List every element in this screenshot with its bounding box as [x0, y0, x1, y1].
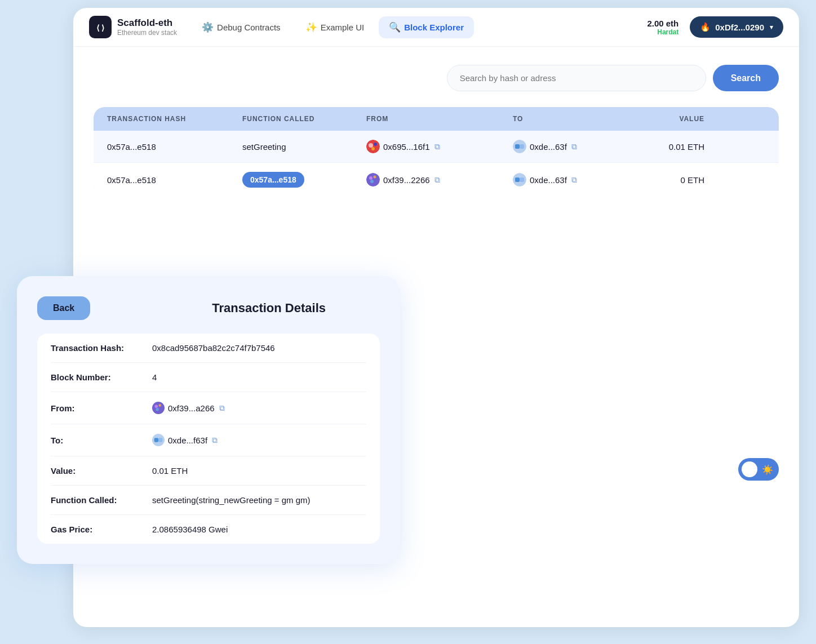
back-button[interactable]: Back	[37, 296, 90, 320]
search-input[interactable]	[447, 65, 706, 91]
toggle-knob	[742, 461, 757, 477]
svg-point-10	[369, 176, 372, 180]
tx-function-1: setGreeting	[242, 142, 366, 152]
explorer-icon: 🔍	[389, 21, 401, 33]
theme-toggle-wrap: ☀️	[738, 458, 779, 481]
sun-icon: ☀️	[762, 464, 773, 475]
table-header: TRANSACTION HASH FUNCTION CALLED FROM TO…	[94, 107, 779, 131]
copy-to-icon-2[interactable]: ⧉	[571, 175, 577, 185]
svg-point-18	[158, 404, 161, 407]
detail-to-avatar-icon	[152, 434, 165, 446]
details-inner: Transaction Hash: 0x8cad95687ba82c2c74f7…	[37, 334, 380, 544]
from-address-1: 0x695...16f1	[383, 142, 430, 152]
details-header: Back Transaction Details	[37, 296, 380, 320]
nav-debug-contracts[interactable]: ⚙️ Debug Contracts	[192, 16, 291, 38]
transaction-details-card: Back Transaction Details Transaction Has…	[17, 276, 400, 564]
detail-row-value: Value: 0.01 ETH	[51, 456, 366, 486]
svg-point-2	[366, 140, 380, 153]
svg-point-9	[366, 173, 380, 186]
example-icon: ✨	[305, 21, 317, 33]
detail-row-to: To: 0xde...f63f ⧉	[51, 424, 366, 456]
value-from: 0xf39...a266 ⧉	[152, 402, 225, 414]
from-avatar-icon-2	[366, 173, 380, 186]
copy-to-icon-1[interactable]: ⧉	[571, 142, 577, 152]
svg-point-5	[371, 147, 375, 150]
to-address-1: 0xde...63f	[530, 142, 567, 152]
detail-to-address: 0xde...f63f	[168, 436, 207, 445]
svg-point-11	[374, 176, 376, 179]
value-block-number: 4	[152, 372, 157, 382]
nav-explorer-label: Block Explorer	[404, 23, 464, 32]
svg-point-16	[152, 402, 165, 414]
brand-subtitle: Ethereum dev stack	[117, 29, 177, 37]
value-gas-price: 2.0865936498 Gwei	[152, 525, 228, 534]
tx-hash-1: 0x57a...e518	[107, 142, 242, 152]
value-tx-hash: 0x8cad95687ba82c2c74f7b7546	[152, 343, 275, 353]
detail-row-from: From: 0xf39...a266 ⧉	[51, 392, 366, 424]
svg-rect-15	[520, 177, 524, 182]
nav-example-ui[interactable]: ✨ Example UI	[295, 16, 375, 38]
svg-rect-8	[520, 144, 524, 149]
to-avatar-icon-2	[513, 173, 526, 186]
copy-from-icon-1[interactable]: ⧉	[434, 142, 440, 152]
detail-from-avatar-icon	[152, 402, 165, 414]
chevron-down-icon: ▾	[770, 24, 773, 31]
col-header-function: FUNCTION CALLED	[242, 115, 366, 123]
detail-copy-to-icon[interactable]: ⧉	[212, 436, 218, 445]
nav-block-explorer[interactable]: 🔍 Block Explorer	[379, 16, 474, 38]
detail-row-function: Function Called: setGreeting(string_newG…	[51, 486, 366, 515]
svg-rect-7	[515, 144, 520, 149]
col-header-value: VALUE	[637, 115, 704, 123]
brand-name: Scaffold-eth	[117, 17, 177, 29]
function-label-1: setGreeting	[242, 142, 286, 152]
search-button[interactable]: Search	[713, 65, 779, 91]
theme-toggle-button[interactable]: ☀️	[738, 458, 779, 481]
label-to: To:	[51, 436, 141, 445]
tx-hash-2: 0x57a...e518	[107, 175, 242, 185]
svg-point-4	[374, 143, 377, 146]
value-function: setGreeting(string_newGreeting = gm gm)	[152, 495, 311, 505]
svg-point-3	[369, 143, 373, 148]
svg-rect-21	[154, 438, 158, 442]
search-input-wrap	[447, 65, 706, 91]
tx-value-1: 0.01 ETH	[637, 142, 704, 152]
detail-copy-from-icon[interactable]: ⧉	[219, 403, 225, 413]
brand-text: Scaffold-eth Ethereum dev stack	[117, 17, 177, 37]
tx-value-2: 0 ETH	[637, 175, 704, 185]
col-header-from: FROM	[366, 115, 513, 123]
tx-from-1: 0x695...16f1 ⧉	[366, 140, 513, 153]
wallet-flame-icon: 🔥	[700, 22, 711, 32]
brand: ⟨⟩ Scaffold-eth Ethereum dev stack	[89, 16, 177, 38]
function-badge-2: 0x57a...e518	[242, 172, 304, 188]
wallet-balance: 2.00 eth	[647, 19, 678, 28]
col-header-hash: TRANSACTION HASH	[107, 115, 242, 123]
wallet-network: Hardat	[657, 28, 678, 36]
col-header-to: TO	[513, 115, 637, 123]
wallet-address-button[interactable]: 🔥 0xDf2...0290 ▾	[690, 16, 783, 38]
search-row: Search	[94, 65, 779, 91]
label-from: From:	[51, 403, 141, 413]
detail-row-block: Block Number: 4	[51, 363, 366, 392]
svg-rect-22	[158, 438, 162, 442]
debug-icon: ⚙️	[202, 21, 214, 33]
svg-text:⟨⟩: ⟨⟩	[96, 23, 105, 32]
label-block-number: Block Number:	[51, 372, 141, 382]
copy-from-icon-2[interactable]: ⧉	[434, 175, 440, 185]
table-row[interactable]: 0x57a...e518 setGreeting 0x695...16f1	[94, 131, 779, 163]
brand-logo-icon: ⟨⟩	[89, 16, 112, 38]
table-row[interactable]: 0x57a...e518 0x57a...e518 0xf39...2266 ⧉	[94, 163, 779, 197]
label-value: Value:	[51, 466, 141, 476]
wallet-address-text: 0xDf2...0290	[715, 23, 764, 32]
detail-from-address: 0xf39...a266	[168, 403, 215, 413]
value-to: 0xde...f63f ⧉	[152, 434, 218, 446]
nav-example-label: Example UI	[321, 23, 365, 32]
navbar: ⟨⟩ Scaffold-eth Ethereum dev stack ⚙️ De…	[73, 8, 799, 47]
nav-debug-label: Debug Contracts	[217, 23, 281, 32]
tx-to-2: 0xde...63f ⧉	[513, 173, 637, 186]
tx-to-1: 0xde...63f ⧉	[513, 140, 637, 153]
svg-rect-14	[515, 177, 520, 182]
content-area: Search TRANSACTION HASH FUNCTION CALLED …	[73, 47, 799, 233]
wallet-info: 2.00 eth Hardat	[647, 19, 678, 36]
svg-point-17	[155, 405, 158, 408]
value-value: 0.01 ETH	[152, 466, 188, 476]
